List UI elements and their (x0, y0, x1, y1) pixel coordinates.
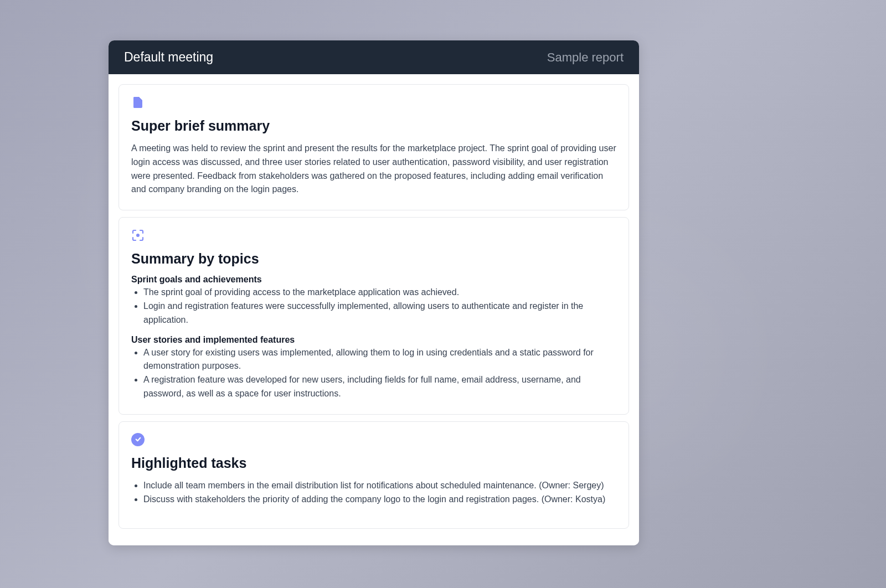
topics-title: Summary by topics (131, 251, 616, 267)
report-container: Default meeting Sample report Super brie… (109, 40, 639, 545)
topic-item: A registration feature was developed for… (143, 373, 616, 401)
report-body: Super brief summary A meeting was held t… (109, 74, 639, 545)
tasks-card: Highlighted tasks Include all team membe… (119, 421, 629, 529)
topic-item: Login and registration features were suc… (143, 300, 616, 327)
topic-item: A user story for existing users was impl… (143, 346, 616, 374)
report-subtitle: Sample report (547, 50, 624, 65)
task-item: Include all team members in the email di… (143, 479, 616, 493)
task-item: Discuss with stakeholders the priority o… (143, 493, 616, 507)
tasks-title: Highlighted tasks (131, 455, 616, 471)
topics-card: Summary by topics Sprint goals and achie… (119, 217, 629, 415)
focus-icon (131, 229, 145, 242)
summary-text: A meeting was held to review the sprint … (131, 142, 616, 197)
report-header: Default meeting Sample report (109, 40, 639, 74)
svg-point-0 (136, 234, 140, 237)
topic-heading: User stories and implemented features (131, 335, 616, 345)
topic-heading: Sprint goals and achievements (131, 275, 616, 285)
topic-list: The sprint goal of providing access to t… (131, 286, 616, 327)
topic-item: The sprint goal of providing access to t… (143, 286, 616, 300)
report-title: Default meeting (124, 50, 213, 65)
document-icon (131, 96, 145, 109)
topic-group: Sprint goals and achievements The sprint… (131, 275, 616, 327)
task-list: Include all team members in the email di… (131, 479, 616, 507)
topic-list: A user story for existing users was impl… (131, 346, 616, 401)
summary-card: Super brief summary A meeting was held t… (119, 84, 629, 210)
topic-group: User stories and implemented features A … (131, 335, 616, 401)
summary-title: Super brief summary (131, 118, 616, 134)
check-badge-icon (131, 433, 145, 446)
